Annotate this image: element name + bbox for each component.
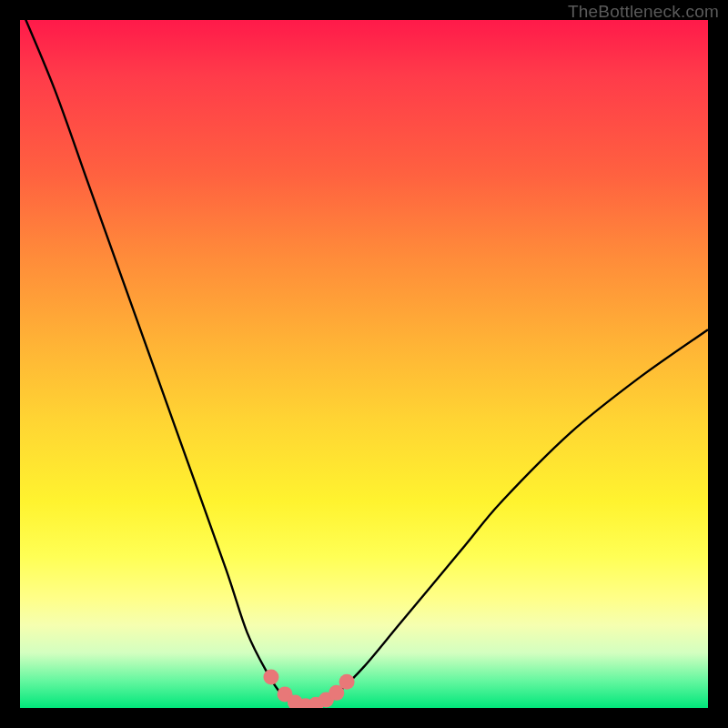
- plot-area: [20, 20, 708, 708]
- trough-marker: [263, 669, 278, 684]
- curve-group: [20, 20, 708, 708]
- chart-stage: TheBottleneck.com: [0, 0, 728, 728]
- curve-layer: [20, 20, 708, 708]
- trough-marker: [339, 674, 355, 690]
- watermark-text: TheBottleneck.com: [568, 2, 719, 22]
- bottleneck-curve: [20, 20, 708, 708]
